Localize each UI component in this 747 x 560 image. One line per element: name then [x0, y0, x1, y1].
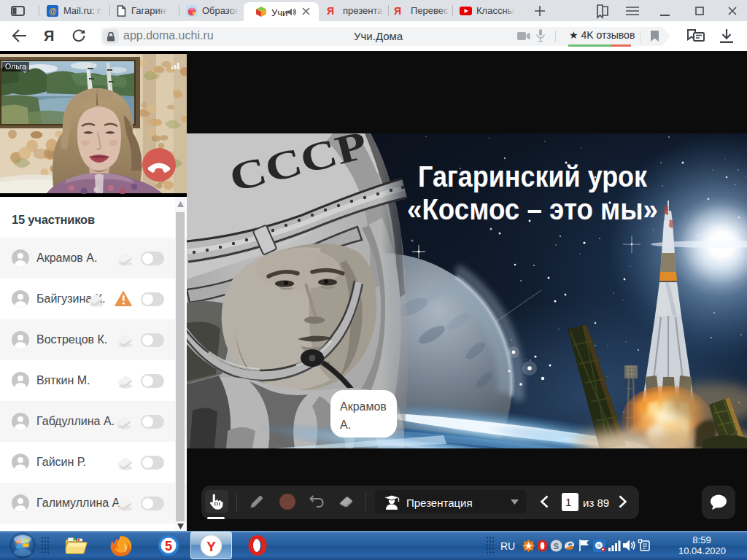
svg-text:5: 5 — [165, 539, 172, 553]
svg-text:Ольга: Ольга — [5, 62, 26, 71]
svg-text:«Космос – это мы»: «Космос – это мы» — [407, 193, 658, 225]
svg-text:@: @ — [49, 7, 57, 15]
svg-text:Y: Y — [206, 539, 216, 554]
svg-text:Гагаринский урок: Гагаринский урок — [418, 160, 648, 192]
svg-text:S: S — [554, 542, 559, 551]
